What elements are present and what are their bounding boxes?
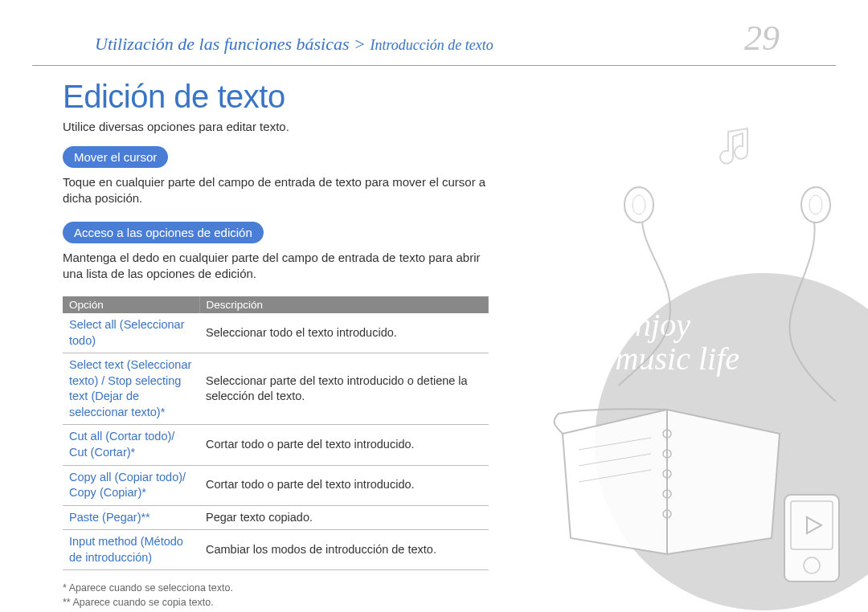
- table-cell-desc: Pegar texto copiado.: [199, 505, 489, 530]
- table-row: Copy all (Copiar todo)/ Copy (Copiar)* C…: [63, 465, 489, 505]
- svg-point-12: [804, 557, 820, 573]
- svg-point-1: [633, 195, 645, 214]
- page-header: Utilización de las funciones básicas > I…: [32, 0, 836, 66]
- section-heading-move-cursor: Mover el cursor: [63, 146, 168, 168]
- illustration-area: Enjoy music life: [498, 96, 868, 610]
- svg-point-4: [663, 430, 671, 438]
- table-row: Input method (Método de introducción) Ca…: [63, 530, 489, 570]
- footnote-1: * Aparece cuando se selecciona texto.: [63, 581, 498, 596]
- table-header-option: Opción: [63, 296, 199, 313]
- intro-text: Utilice diversas opciones para editar te…: [63, 120, 498, 133]
- section-body-edit-options: Mantenga el dedo en cualquier parte del …: [63, 250, 498, 283]
- table-cell-desc: Cambiar los modos de introducción de tex…: [199, 530, 489, 570]
- enjoy-line1: Enjoy: [616, 307, 690, 343]
- table-cell-option: Select text (Seleccionar texto) / Stop s…: [63, 353, 199, 425]
- media-player-icon: [780, 490, 844, 586]
- breadcrumb-main: Utilización de las funciones básicas: [95, 34, 350, 54]
- music-note-icon: [715, 122, 764, 170]
- section-heading-edit-options: Acceso a las opciones de edición: [63, 222, 264, 243]
- table-cell-option: Copy all (Copiar todo)/ Copy (Copiar)*: [63, 465, 199, 505]
- breadcrumb-sub: Introducción de texto: [370, 37, 493, 53]
- earbuds-icon: [587, 185, 860, 410]
- svg-point-7: [663, 490, 671, 498]
- table-row: Select text (Seleccionar texto) / Stop s…: [63, 353, 489, 425]
- table-cell-desc: Seleccionar parte del texto introducido …: [199, 353, 489, 425]
- table-cell-desc: Cortar todo o parte del texto introducid…: [199, 465, 489, 505]
- table-row: Select all (Seleccionar todo) Selecciona…: [63, 313, 489, 353]
- svg-marker-11: [807, 517, 821, 533]
- enjoy-line2: music life: [616, 341, 739, 377]
- svg-point-3: [809, 195, 822, 214]
- svg-point-2: [801, 187, 830, 222]
- svg-point-0: [624, 187, 653, 222]
- table-cell-desc: Cortar todo o parte del texto introducid…: [199, 425, 489, 465]
- table-cell-option: Cut all (Cortar todo)/ Cut (Cortar)*: [63, 425, 199, 465]
- breadcrumb: Utilización de las funciones básicas > I…: [95, 34, 493, 55]
- page-title: Edición de texto: [63, 79, 498, 115]
- breadcrumb-sep: >: [350, 34, 371, 54]
- notebook-icon: [547, 386, 796, 562]
- section-body-move-cursor: Toque en cualquier parte del campo de en…: [63, 174, 498, 207]
- table-row: Paste (Pegar)** Pegar texto copiado.: [63, 505, 489, 530]
- footnotes: * Aparece cuando se selecciona texto. **…: [63, 581, 498, 610]
- table-cell-desc: Seleccionar todo el texto introducido.: [199, 313, 489, 353]
- background-circle: [595, 273, 868, 610]
- page-number: 29: [744, 18, 780, 59]
- svg-point-8: [663, 510, 671, 518]
- table-row: Cut all (Cortar todo)/ Cut (Cortar)* Cor…: [63, 425, 489, 465]
- footnote-2: ** Aparece cuando se copia texto.: [63, 596, 498, 610]
- svg-rect-10: [791, 501, 833, 549]
- main-content: Edición de texto Utilice diversas opcion…: [0, 66, 498, 610]
- table-cell-option: Input method (Método de introducción): [63, 530, 199, 570]
- svg-rect-9: [784, 495, 839, 581]
- options-table: Opción Descripción Select all (Seleccion…: [63, 296, 489, 570]
- table-cell-option: Select all (Seleccionar todo): [63, 313, 199, 353]
- enjoy-text: Enjoy music life: [616, 308, 739, 376]
- table-header-description: Descripción: [199, 296, 489, 313]
- svg-point-5: [663, 450, 671, 458]
- svg-point-6: [663, 470, 671, 478]
- table-cell-option: Paste (Pegar)**: [63, 505, 199, 530]
